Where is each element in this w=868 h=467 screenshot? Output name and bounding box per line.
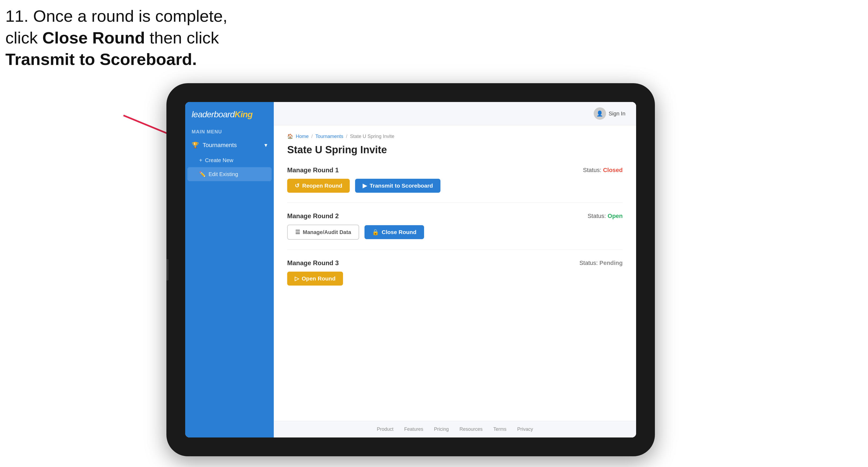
plus-icon: + <box>199 157 203 163</box>
sidebar-item-tournaments[interactable]: 🏆 Tournaments ▾ <box>185 137 274 154</box>
tournaments-label: Tournaments <box>203 142 237 149</box>
round-2-title: Manage Round 2 <box>287 212 339 220</box>
user-icon: 👤 <box>596 110 603 117</box>
footer-link-privacy[interactable]: Privacy <box>517 427 533 432</box>
open-icon: ▷ <box>295 275 299 282</box>
tablet-screen: leaderboardKing MAIN MENU 🏆 Tournaments … <box>185 102 636 437</box>
round-1-title: Manage Round 1 <box>287 166 339 174</box>
breadcrumb-tournaments[interactable]: Tournaments <box>315 134 343 139</box>
round-2-status-value: Open <box>608 213 623 219</box>
bold-transmit: Transmit to Scoreboard. <box>5 50 197 68</box>
transmit-to-scoreboard-button[interactable]: ▶ Transmit to Scoreboard <box>355 179 440 193</box>
logo-text-king: King <box>235 110 253 119</box>
footer-link-product[interactable]: Product <box>377 427 394 432</box>
chevron-down-icon: ▾ <box>265 142 267 149</box>
edit-existing-label: Edit Existing <box>209 171 238 178</box>
main-content: 👤 Sign In 🏠 Home / Tournaments / State U <box>274 102 636 437</box>
sidebar-sub-item-edit-existing[interactable]: ✏️ Edit Existing <box>187 167 272 181</box>
tablet-device: leaderboardKing MAIN MENU 🏆 Tournaments … <box>166 83 655 456</box>
manage-audit-data-button[interactable]: ☰ Manage/Audit Data <box>287 225 359 240</box>
breadcrumb: 🏠 Home / Tournaments / State U Spring In… <box>287 133 623 139</box>
close-round-button[interactable]: 🔒 Close Round <box>365 225 424 239</box>
home-icon: 🏠 <box>287 133 293 139</box>
logo: leaderboardKing <box>185 102 274 125</box>
lock-icon: 🔒 <box>372 229 379 236</box>
open-round-button[interactable]: ▷ Open Round <box>287 272 343 286</box>
footer-link-terms[interactable]: Terms <box>493 427 506 432</box>
avatar: 👤 <box>594 107 606 120</box>
round-1-status-value: Closed <box>603 167 623 174</box>
round-3-section: Manage Round 3 Status: Pending ▷ Open Ro… <box>287 259 623 295</box>
round-3-status: Status: Pending <box>580 259 623 267</box>
content-area: 🏠 Home / Tournaments / State U Spring In… <box>274 125 636 421</box>
tablet-side-button <box>166 259 168 280</box>
instruction-text: 11. Once a round is complete, click Clos… <box>5 5 227 70</box>
main-menu-label: MAIN MENU <box>185 125 274 137</box>
create-new-label: Create New <box>205 157 234 163</box>
sign-in-label: Sign In <box>609 111 625 117</box>
breadcrumb-current: State U Spring Invite <box>350 134 394 139</box>
footer-link-resources[interactable]: Resources <box>460 427 483 432</box>
sign-in-button[interactable]: 👤 Sign In <box>594 107 625 120</box>
logo-text-leaderboard: leaderboard <box>192 110 235 119</box>
reopen-round-button[interactable]: ↺ Reopen Round <box>287 179 350 193</box>
page-title: State U Spring Invite <box>287 144 623 156</box>
round-2-status: Status: Open <box>588 213 623 220</box>
audit-icon: ☰ <box>295 229 300 236</box>
round-3-status-value: Pending <box>599 259 623 266</box>
trophy-icon: 🏆 <box>192 142 199 149</box>
round-3-title: Manage Round 3 <box>287 259 339 267</box>
footer: Product Features Pricing Resources Terms… <box>274 421 636 437</box>
footer-link-pricing[interactable]: Pricing <box>434 427 449 432</box>
round-2-section: Manage Round 2 Status: Open ☰ Manage/Aud… <box>287 212 623 250</box>
footer-link-features[interactable]: Features <box>404 427 423 432</box>
round-1-section: Manage Round 1 Status: Closed ↺ Reopen R… <box>287 166 623 203</box>
top-bar: 👤 Sign In <box>274 102 636 125</box>
breadcrumb-home[interactable]: Home <box>296 134 309 139</box>
edit-icon: ✏️ <box>199 171 206 178</box>
round-1-status: Status: Closed <box>583 167 623 174</box>
sidebar-sub-item-create-new[interactable]: + Create New <box>185 154 274 167</box>
reopen-icon: ↺ <box>295 183 300 189</box>
sidebar: leaderboardKing MAIN MENU 🏆 Tournaments … <box>185 102 274 437</box>
app-container: leaderboardKing MAIN MENU 🏆 Tournaments … <box>185 102 636 437</box>
bold-close-round: Close Round <box>42 28 145 47</box>
transmit-icon: ▶ <box>363 183 367 189</box>
